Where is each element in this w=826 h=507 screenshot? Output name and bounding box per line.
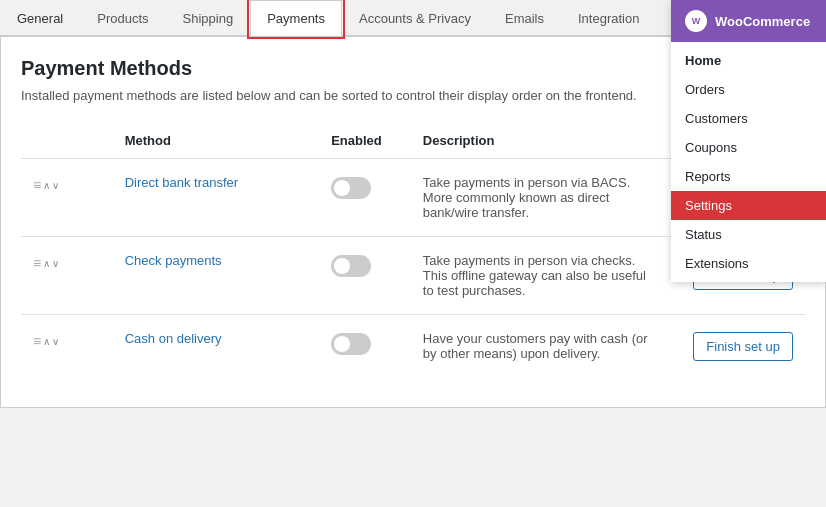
move-up-icon[interactable]: ∧ bbox=[43, 336, 50, 347]
method-link-cash-on-delivery[interactable]: Cash on delivery bbox=[125, 331, 222, 346]
toggle-cell-cash-on-delivery bbox=[319, 315, 411, 378]
tab-integration[interactable]: Integration bbox=[561, 0, 656, 36]
woo-menu-item-home[interactable]: Home bbox=[671, 46, 826, 75]
toggle-slider-direct-bank-transfer bbox=[331, 177, 371, 199]
col-header-method: Method bbox=[113, 123, 319, 159]
toggle-slider-check-payments bbox=[331, 255, 371, 277]
toggle-cell-check-payments bbox=[319, 237, 411, 315]
woo-menu-item-customers[interactable]: Customers bbox=[671, 104, 826, 133]
move-up-icon[interactable]: ∧ bbox=[43, 180, 50, 191]
col-header-controls bbox=[21, 123, 113, 159]
move-up-icon[interactable]: ∧ bbox=[43, 258, 50, 269]
description-cell-cash-on-delivery: Have your customers pay with cash (or by… bbox=[411, 315, 663, 378]
page-wrapper: GeneralProductsShippingPaymentsAccounts … bbox=[0, 0, 826, 507]
woo-menu-item-extensions[interactable]: Extensions bbox=[671, 249, 826, 278]
woo-logo: W bbox=[685, 10, 707, 32]
drag-handle-icon[interactable]: ≡ bbox=[33, 177, 41, 193]
col-header-enabled: Enabled bbox=[319, 123, 411, 159]
toggle-slider-cash-on-delivery bbox=[331, 333, 371, 355]
method-link-direct-bank-transfer[interactable]: Direct bank transfer bbox=[125, 175, 238, 190]
row-controls-cash-on-delivery: ≡ ∧ ∨ bbox=[21, 315, 113, 378]
woo-menu-item-reports[interactable]: Reports bbox=[671, 162, 826, 191]
woo-logo-text: W bbox=[692, 16, 701, 26]
method-name-cell-cash-on-delivery: Cash on delivery bbox=[113, 315, 319, 378]
woocommerce-panel: W WooCommerce HomeOrdersCustomersCoupons… bbox=[671, 0, 826, 282]
woo-menu-item-coupons[interactable]: Coupons bbox=[671, 133, 826, 162]
method-name-cell-direct-bank-transfer: Direct bank transfer bbox=[113, 159, 319, 237]
description-cell-direct-bank-transfer: Take payments in person via BACS. More c… bbox=[411, 159, 663, 237]
tab-accounts-privacy[interactable]: Accounts & Privacy bbox=[342, 0, 488, 36]
tab-shipping[interactable]: Shipping bbox=[166, 0, 251, 36]
col-header-description: Description bbox=[411, 123, 663, 159]
tab-payments[interactable]: Payments bbox=[250, 0, 342, 36]
toggle-direct-bank-transfer[interactable] bbox=[331, 177, 371, 199]
tab-emails[interactable]: Emails bbox=[488, 0, 561, 36]
toggle-cell-direct-bank-transfer bbox=[319, 159, 411, 237]
woo-panel-header: W WooCommerce bbox=[671, 0, 826, 42]
method-name-cell-check-payments: Check payments bbox=[113, 237, 319, 315]
woo-menu-item-status[interactable]: Status bbox=[671, 220, 826, 249]
tab-products[interactable]: Products bbox=[80, 0, 165, 36]
woo-menu-item-settings[interactable]: Settings bbox=[671, 191, 826, 220]
action-cell-cash-on-delivery: Finish set up bbox=[663, 315, 805, 378]
move-down-icon[interactable]: ∨ bbox=[52, 258, 59, 269]
description-cell-check-payments: Take payments in person via checks. This… bbox=[411, 237, 663, 315]
method-link-check-payments[interactable]: Check payments bbox=[125, 253, 222, 268]
table-row: ≡ ∧ ∨ Cash on delivery Have your custome… bbox=[21, 315, 805, 378]
row-controls-check-payments: ≡ ∧ ∨ bbox=[21, 237, 113, 315]
toggle-check-payments[interactable] bbox=[331, 255, 371, 277]
woo-menu: HomeOrdersCustomersCouponsReportsSetting… bbox=[671, 42, 826, 282]
drag-handle-icon[interactable]: ≡ bbox=[33, 255, 41, 271]
tab-general[interactable]: General bbox=[0, 0, 80, 36]
move-down-icon[interactable]: ∨ bbox=[52, 180, 59, 191]
woo-menu-item-orders[interactable]: Orders bbox=[671, 75, 826, 104]
finish-setup-button-cash-on-delivery[interactable]: Finish set up bbox=[693, 332, 793, 361]
toggle-cash-on-delivery[interactable] bbox=[331, 333, 371, 355]
woo-brand-name: WooCommerce bbox=[715, 14, 810, 29]
drag-handle-icon[interactable]: ≡ bbox=[33, 333, 41, 349]
row-controls-direct-bank-transfer: ≡ ∧ ∨ bbox=[21, 159, 113, 237]
move-down-icon[interactable]: ∨ bbox=[52, 336, 59, 347]
